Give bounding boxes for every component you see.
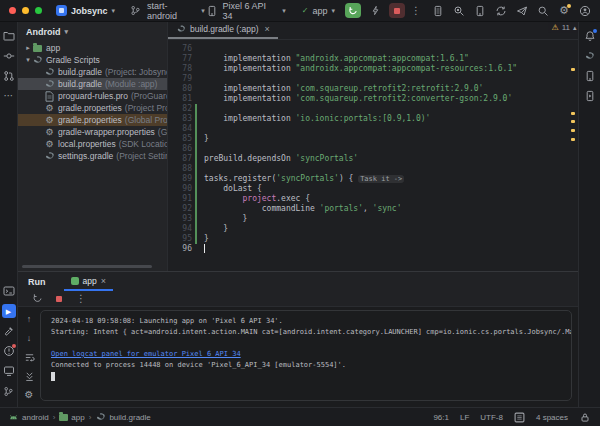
run-console[interactable]: 2024-04-18 09:58:08: Launching app on 'P… [40, 310, 572, 401]
down-icon[interactable]: ↓ [22, 331, 36, 345]
maximize-window-button[interactable] [35, 7, 42, 14]
code-line: 84 [168, 124, 578, 134]
tree-item-gradle-scripts[interactable]: ▾Gradle Scripts [18, 54, 167, 66]
indent-size[interactable]: 4 spaces [536, 413, 568, 422]
code-line: 92 commandLine 'portals', 'sync' [168, 204, 578, 214]
caret-position[interactable]: 96:1 [433, 413, 449, 422]
version-control-icon[interactable] [2, 384, 16, 398]
code-line: 89tasks.register('syncPortals') { Task i… [168, 174, 578, 184]
gradle-sync-icon[interactable] [494, 4, 508, 18]
more-tools-icon[interactable]: ⋯ [2, 89, 16, 103]
build-icon[interactable] [2, 324, 16, 338]
console-settings-icon[interactable]: ⚙ [22, 388, 36, 402]
search-icon[interactable] [536, 4, 550, 18]
account-icon[interactable] [578, 4, 592, 18]
horizontal-scrollbar[interactable] [22, 265, 152, 268]
close-run-tab-icon[interactable]: × [101, 276, 106, 286]
terminal-icon[interactable] [2, 284, 16, 298]
tree-item-gradle-properties[interactable]: ⚙gradle.properties(Global Properties) [18, 114, 167, 126]
tree-item-build-gradle[interactable]: build.gradle(Module :app) [18, 78, 167, 90]
tree-item-proguard-rules-pro[interactable]: proguard-rules.pro(ProGuard Rules for "a… [18, 90, 167, 102]
prev-warning-icon[interactable]: ▴ [573, 24, 577, 32]
editor-area[interactable]: build.gradle (:app) × 7677 implementatio… [168, 22, 578, 271]
warning-stripe-mark[interactable] [571, 129, 575, 132]
logcat-icon[interactable] [2, 364, 16, 378]
tree-item-gradle-properties[interactable]: ⚙gradle.properties(Project Properties) [18, 102, 167, 114]
editor-tab[interactable]: build.gradle (:app) × [168, 22, 278, 39]
problems-icon[interactable] [2, 344, 16, 358]
file-encoding[interactable]: UTF-8 [480, 413, 503, 422]
code-text: implementation 'com.squareup.retrofit2:c… [204, 94, 512, 104]
close-window-button[interactable] [9, 7, 16, 14]
device-manager-icon[interactable] [473, 4, 487, 18]
tree-item-gradle-wrapper-properties[interactable]: ⚙gradle-wrapper.properties(Gradle Versio… [18, 126, 167, 138]
warning-stripe-mark[interactable] [571, 138, 575, 141]
gradle-icon [44, 67, 55, 78]
apply-changes-button[interactable] [367, 3, 383, 18]
tree-item-meta: (Project Properties) [125, 103, 167, 113]
branch-widget[interactable]: start-android ▾ [129, 1, 205, 21]
project-tool-window: Android ▾ ▸app▾Gradle Scriptsbuild.gradl… [18, 22, 168, 271]
soft-wrap-icon[interactable] [22, 350, 36, 364]
change-marker [195, 194, 197, 204]
tree-item-label: gradle-wrapper.properties [58, 127, 155, 137]
pull-requests-icon[interactable] [2, 69, 16, 83]
tree-item-app[interactable]: ▸app [18, 42, 167, 54]
breadcrumb-item-android[interactable]: android [8, 412, 49, 423]
rerun-icon[interactable] [30, 292, 44, 306]
code-line: 87preBuild.dependsOn 'syncPortals' [168, 154, 578, 164]
change-marker [195, 114, 197, 124]
scroll-end-icon[interactable] [22, 369, 36, 383]
stop-icon[interactable] [52, 292, 66, 306]
line-number: 90 [168, 184, 192, 194]
device-explorer-icon[interactable] [431, 4, 445, 18]
code-editor[interactable]: 7677 implementation "androidx.appcompat:… [168, 40, 578, 254]
warning-stripe-mark[interactable] [571, 112, 575, 115]
lock-icon[interactable] [579, 412, 590, 423]
warning-stripe-mark[interactable] [571, 120, 575, 123]
device-manager-icon[interactable] [583, 69, 597, 83]
code-text: implementation 'io.ionic:portals:[0.9,1.… [204, 114, 430, 124]
window-controls[interactable] [9, 7, 42, 14]
breadcrumb-item-build.gradle[interactable]: build.gradle [95, 412, 150, 422]
open-logcat-link[interactable]: Open logcat panel for emulator Pixel 6 A… [51, 350, 241, 358]
tree-item-local-properties[interactable]: ⚙local.properties(SDK Location) [18, 138, 167, 150]
settings-icon[interactable]: ⚙ [557, 4, 571, 18]
minimize-window-button[interactable] [22, 7, 29, 14]
column-guide-icon[interactable] [514, 412, 525, 423]
chevron-down-icon: ▾ [282, 7, 286, 15]
tree-item-build-gradle[interactable]: build.gradle(Project: Jobsync) [18, 66, 167, 78]
stop-app-button[interactable] [389, 3, 405, 18]
breadcrumb-item-app[interactable]: app [59, 413, 84, 422]
gradle-icon[interactable] [583, 49, 597, 63]
send-feedback-icon[interactable] [515, 4, 529, 18]
close-tab-icon[interactable]: × [265, 24, 270, 34]
tree-item-label: build.gradle [58, 79, 102, 89]
run-tab-label: app [83, 276, 97, 286]
run-icon[interactable]: ▶ [2, 304, 16, 318]
commit-icon[interactable] [2, 49, 16, 63]
up-icon[interactable]: ↑ [22, 312, 36, 326]
editor-tab-bar: build.gradle (:app) × [168, 22, 578, 40]
project-view-selector[interactable]: Android ▾ [18, 22, 167, 42]
warning-stripe-mark[interactable] [571, 68, 575, 71]
run-configuration-selector[interactable]: ✓ app ▾ [302, 6, 335, 16]
layout-inspector-icon[interactable] [452, 4, 466, 18]
run-tab-app[interactable]: app × [64, 272, 113, 291]
line-separator[interactable]: LF [460, 413, 469, 422]
rerun-app-button[interactable] [345, 3, 361, 18]
line-number: 83 [168, 114, 192, 124]
more-actions-icon[interactable]: ⋮ [411, 6, 421, 16]
breadcrumb[interactable]: android›app›build.gradle [8, 412, 151, 423]
device-selector[interactable]: Pixel 6 API 34 ▾ [205, 1, 286, 21]
project-widget[interactable]: Jobsync ▾ [56, 5, 115, 16]
run-panel-header: Run app × [18, 272, 578, 291]
console-line: Starting: Intent { act=android.intent.ac… [51, 327, 571, 338]
chevron-right-icon[interactable]: ▸ [24, 44, 32, 52]
tree-item-settings-gradle[interactable]: settings.gradle(Project Settings) [18, 150, 167, 162]
project-icon[interactable] [2, 29, 16, 43]
running-devices-icon[interactable] [583, 89, 597, 103]
more-icon[interactable]: ⋮ [74, 292, 88, 306]
chevron-down-icon[interactable]: ▾ [24, 56, 32, 64]
notifications-icon[interactable] [583, 29, 597, 43]
